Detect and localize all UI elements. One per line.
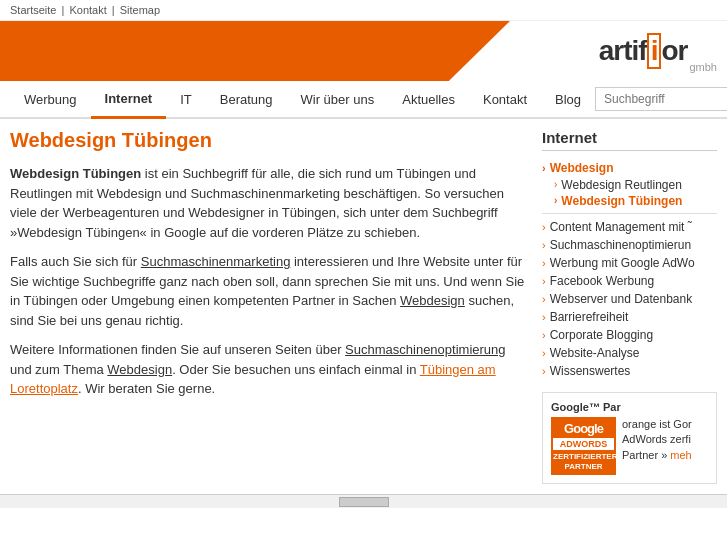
arrow-icon: › (542, 257, 546, 269)
sidebar-item-webserver[interactable]: › Webserver und Datenbank (542, 290, 717, 308)
scroll-thumb[interactable] (339, 497, 389, 507)
sidebar-item-seo[interactable]: › Suchmaschinenoptimierun (542, 236, 717, 254)
content-area: Webdesign Tübingen Webdesign Tübingen is… (10, 129, 527, 484)
google-logo: Google (553, 421, 614, 436)
nav-kontakt[interactable]: Kontakt (469, 82, 541, 117)
adwords-badge: Google ADWORDS ZERTIFIZIERTERPARTNER (551, 417, 616, 475)
logo-area: artifior gmbh (0, 21, 727, 81)
topbar-kontakt[interactable]: Kontakt (69, 4, 106, 16)
arrow-icon: › (542, 239, 546, 251)
paragraph-1: Webdesign Tübingen ist ein Suchbegriff f… (10, 164, 527, 242)
link-webdesign-2[interactable]: Webdesign (107, 362, 172, 377)
logo-suffix: gmbh (689, 61, 717, 73)
nav-aktuelles[interactable]: Aktuelles (388, 82, 469, 117)
topbar-startseite[interactable]: Startseite (10, 4, 56, 16)
sidebar-item-barriere[interactable]: › Barrierefreiheit (542, 308, 717, 326)
sidebar-item-webdesign[interactable]: › Webdesign (542, 159, 717, 177)
link-suchmaschinenoptimierung[interactable]: Suchmaschinenoptimierung (345, 342, 505, 357)
nav-wir-ueber-uns[interactable]: Wir über uns (287, 82, 389, 117)
sidebar-item-cms[interactable]: › Content Management mit ˜ (542, 218, 717, 236)
sidebar-title: Internet (542, 129, 717, 151)
top-bar-links: Startseite | Kontakt | Sitemap (10, 4, 160, 16)
sidebar-item-blogging[interactable]: › Corporate Blogging (542, 326, 717, 344)
partner-title: Google™ Par (551, 401, 708, 413)
nav-werbung[interactable]: Werbung (10, 82, 91, 117)
divider (542, 213, 717, 214)
paragraph-3: Weitere Informationen finden Sie auf uns… (10, 340, 527, 399)
arrow-icon: › (542, 293, 546, 305)
nav-internet[interactable]: Internet (91, 81, 167, 119)
link-tuebingen-lorettoplatz[interactable]: Tübingen am Lorettoplatz (10, 362, 496, 397)
paragraph-2: Falls auch Sie sich für Suchmaschinenmar… (10, 252, 527, 330)
arrow-icon: › (554, 179, 557, 190)
logo-orange-bar (0, 21, 510, 81)
nav-beratung[interactable]: Beratung (206, 82, 287, 117)
sidebar-item-facebook[interactable]: › Facebook Werbung (542, 272, 717, 290)
sidebar-item-analyse[interactable]: › Website-Analyse (542, 344, 717, 362)
bottom-scrollbar[interactable] (0, 494, 727, 508)
partner-description: orange ist Gor AdWords zerfi Partner » m… (622, 417, 692, 463)
certified-text: ZERTIFIZIERTERPARTNER (553, 452, 614, 471)
arrow-icon: › (542, 275, 546, 287)
arrow-icon: › (542, 311, 546, 323)
sidebar-subitem-webdesign-tuebingen[interactable]: › Webdesign Tübingen (542, 193, 717, 209)
arrow-icon: › (542, 221, 546, 233)
adwords-label: ADWORDS (553, 438, 614, 450)
arrow-icon: › (542, 162, 546, 174)
sidebar-item-wissenswertes[interactable]: › Wissenswertes (542, 362, 717, 380)
sidebar-section-webdesign: › Webdesign › Webdesign Reutlingen › Web… (542, 159, 717, 209)
nav-blog[interactable]: Blog (541, 82, 595, 117)
arrow-icon: › (554, 195, 557, 206)
main-layout: Webdesign Tübingen Webdesign Tübingen is… (0, 119, 727, 494)
sidebar-item-adwords[interactable]: › Werbung mit Google AdWo (542, 254, 717, 272)
partner-box: Google™ Par Google ADWORDS ZERTIFIZIERTE… (542, 392, 717, 484)
link-suchmaschinenmarketing[interactable]: Suchmaschinenmarketing (141, 254, 291, 269)
sidebar-subitem-webdesign-reutlingen[interactable]: › Webdesign Reutlingen (542, 177, 717, 193)
main-nav: Werbung Internet IT Beratung Wir über un… (0, 81, 727, 119)
topbar-sitemap[interactable]: Sitemap (120, 4, 160, 16)
partner-box-inner: Google ADWORDS ZERTIFIZIERTERPARTNER ora… (551, 417, 708, 475)
link-webdesign-1[interactable]: Webdesign (400, 293, 465, 308)
top-bar: Startseite | Kontakt | Sitemap (0, 0, 727, 21)
sidebar: Internet › Webdesign › Webdesign Reutlin… (542, 129, 717, 484)
logo[interactable]: artifior (599, 33, 688, 69)
page-title: Webdesign Tübingen (10, 129, 527, 152)
partner-more-link[interactable]: meh (670, 449, 691, 461)
search-input[interactable] (595, 87, 727, 111)
arrow-icon: › (542, 347, 546, 359)
arrow-icon: › (542, 365, 546, 377)
nav-it[interactable]: IT (166, 82, 206, 117)
arrow-icon: › (542, 329, 546, 341)
